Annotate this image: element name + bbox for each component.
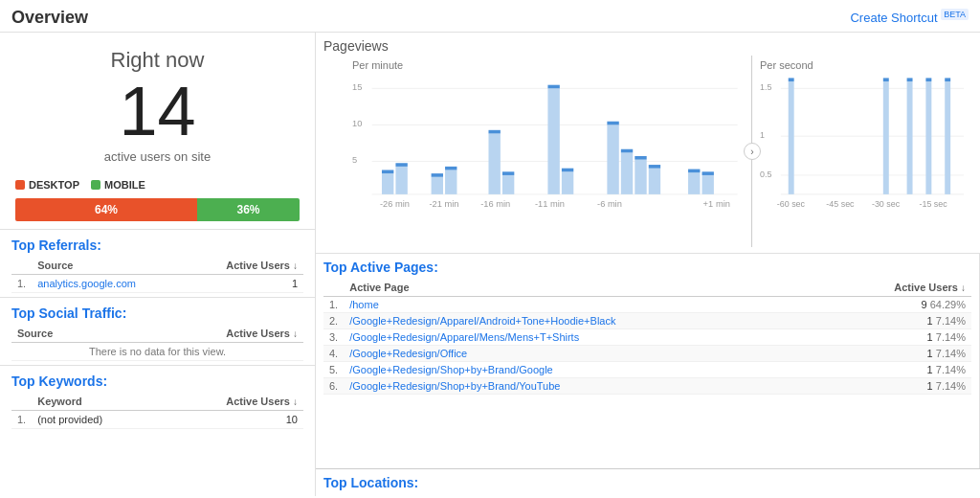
svg-text:0.5: 0.5	[760, 170, 772, 179]
row-num: 6.	[323, 378, 344, 395]
per-minute-label: Per minute	[352, 59, 747, 71]
row-users: 1	[187, 275, 303, 293]
per-minute-svg: 15 10 5	[352, 73, 747, 212]
row-page: /Google+Redesign/Office	[344, 346, 827, 362]
svg-text:-16 min: -16 min	[480, 200, 510, 209]
top-referrals-section: Top Referrals: Source Active Users ↓ 1. …	[0, 229, 315, 297]
top-locations-section: Top Locations:	[316, 468, 980, 496]
desktop-legend-label: DESKTOP	[29, 179, 79, 191]
row-source: analytics.google.com	[32, 275, 187, 293]
pages-col-users: Active Users ↓	[827, 279, 971, 297]
svg-rect-15	[488, 133, 500, 193]
svg-rect-9	[395, 167, 407, 194]
referrals-col-num	[11, 257, 32, 275]
row-page: /Google+Redesign/Apparel/Mens/Mens+T+Shi…	[344, 329, 827, 346]
svg-rect-54	[907, 78, 913, 81]
svg-text:-21 min: -21 min	[430, 200, 459, 209]
svg-rect-26	[621, 149, 633, 153]
per-second-svg: 1.5 1 0.5	[760, 73, 969, 212]
active-users-label: active users on site	[11, 149, 303, 164]
row-num: 4.	[323, 346, 344, 362]
svg-rect-20	[547, 85, 559, 89]
svg-rect-25	[621, 152, 633, 194]
row-keyword: (not provided)	[32, 411, 162, 429]
top-keywords-section: Top Keywords: Keyword Active Users ↓ 1. …	[0, 365, 315, 433]
pages-col-page: Active Page	[344, 279, 827, 297]
svg-text:+1: +1	[703, 200, 714, 209]
referrals-col-users: Active Users ↓	[187, 257, 303, 275]
svg-rect-57	[945, 81, 950, 194]
svg-rect-23	[607, 124, 618, 194]
table-row: 4. /Google+Redesign/Office 1 7.14%	[323, 346, 971, 362]
row-users: 1 7.14%	[827, 329, 971, 346]
svg-rect-34	[702, 171, 714, 175]
svg-rect-29	[649, 169, 660, 194]
table-row: 1. (not provided) 10	[11, 411, 303, 429]
device-legend: DESKTOP MOBILE	[0, 171, 315, 194]
table-row: 5. /Google+Redesign/Shop+by+Brand/Google…	[323, 362, 971, 378]
svg-rect-14	[445, 167, 457, 170]
top-keywords-title: Top Keywords:	[11, 374, 303, 389]
svg-text:10: 10	[352, 120, 362, 128]
svg-rect-17	[502, 175, 514, 194]
social-table: Source Active Users ↓ There is no data f…	[11, 325, 303, 361]
row-page: /home	[344, 297, 827, 313]
row-users: 1 7.14%	[827, 362, 971, 378]
keywords-sort-arrow: ↓	[293, 396, 298, 407]
social-col-source: Source	[11, 325, 118, 343]
right-now-label: Right now	[11, 48, 303, 73]
svg-rect-8	[382, 170, 393, 174]
row-num: 3.	[323, 329, 344, 346]
keywords-col-users: Active Users ↓	[162, 393, 303, 411]
table-row: 2. /Google+Redesign/Apparel/Android+Tone…	[323, 313, 971, 329]
per-minute-chart: Per minute 15 10 5	[323, 56, 752, 247]
svg-rect-52	[883, 78, 889, 81]
svg-rect-53	[907, 81, 913, 194]
svg-text:-6 min: -6 min	[597, 200, 622, 209]
row-users: 1 7.14%	[827, 346, 971, 362]
top-locations-title: Top Locations:	[323, 475, 972, 490]
row-num: 1.	[11, 411, 32, 429]
row-users: 10	[162, 411, 303, 429]
svg-text:15: 15	[352, 83, 362, 92]
svg-rect-49	[789, 81, 794, 194]
svg-rect-55	[925, 81, 931, 194]
keywords-col-keyword: Keyword	[32, 393, 162, 411]
svg-rect-58	[945, 78, 950, 81]
social-sort-arrow: ↓	[293, 328, 298, 339]
row-users: 1 7.14%	[827, 313, 971, 329]
create-shortcut-link[interactable]: Create Shortcut BETA	[850, 10, 969, 25]
device-bar: 64% 36%	[15, 198, 300, 221]
row-num: 2.	[323, 313, 344, 329]
referrals-table: Source Active Users ↓ 1. analytics.googl…	[11, 257, 303, 293]
mobile-legend-dot	[91, 180, 100, 190]
table-row: 3. /Google+Redesign/Apparel/Mens/Mens+T+…	[323, 329, 971, 346]
pages-sort-arrow: ↓	[961, 283, 966, 293]
svg-rect-51	[883, 81, 889, 194]
row-num: 5.	[323, 362, 344, 378]
svg-text:-30 sec: -30 sec	[872, 200, 901, 210]
svg-text:-11 min: -11 min	[535, 200, 565, 209]
svg-rect-56	[925, 78, 931, 81]
svg-rect-7	[382, 173, 393, 194]
row-users: 9 64.29%	[827, 297, 971, 313]
bottom-tables: Top Active Pages: Active Page Active Use…	[316, 254, 980, 496]
page-title: Overview	[11, 8, 88, 28]
svg-rect-27	[635, 160, 646, 194]
desktop-legend: DESKTOP	[15, 179, 79, 191]
active-count: 14	[11, 77, 303, 146]
row-num: 1.	[11, 275, 32, 293]
pageviews-section: Pageviews Per minute 15 10 5	[316, 33, 980, 254]
chart-nav-arrow[interactable]: ›	[744, 143, 761, 160]
svg-rect-50	[789, 78, 794, 81]
social-col-users: Active Users ↓	[118, 325, 303, 343]
referrals-sort-arrow: ↓	[293, 260, 298, 271]
svg-rect-30	[649, 165, 660, 169]
svg-text:-26 min: -26 min	[380, 200, 410, 209]
svg-rect-21	[562, 171, 573, 194]
row-page: /Google+Redesign/Shop+by+Brand/Google	[344, 362, 827, 378]
charts-container: Per minute 15 10 5	[323, 56, 972, 247]
svg-text:-60 sec: -60 sec	[777, 200, 806, 210]
svg-text:-45 sec: -45 sec	[826, 200, 855, 210]
right-now-section: Right now 14 active users on site	[0, 33, 315, 171]
